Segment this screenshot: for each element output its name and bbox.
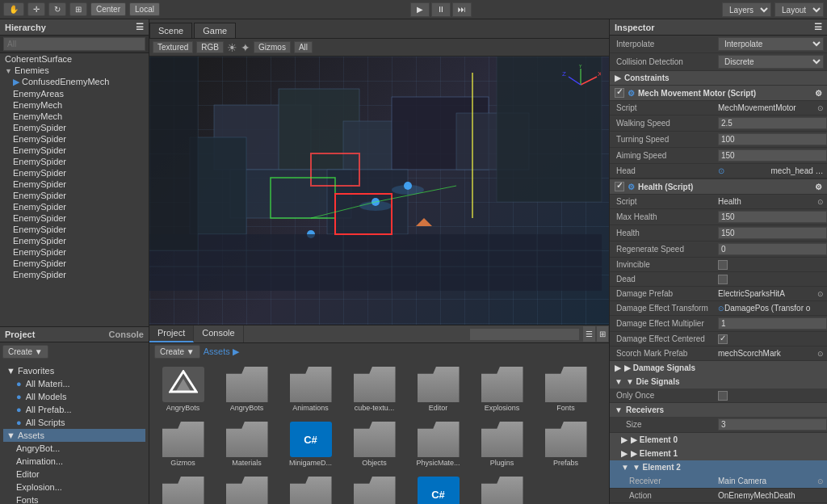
damage-effect-multiplier-input[interactable] [718,317,827,330]
max-health-input[interactable] [718,211,827,223]
tree-item-all-scripts[interactable]: ● All Scripts [3,416,145,429]
asset-editor[interactable]: Editor [408,363,468,415]
hierarchy-item-coherentsurface[interactable]: CoherentSurface [0,53,149,65]
asset-animations[interactable]: Animations [280,363,341,415]
scale-tool-btn[interactable]: ⊞ [69,2,87,16]
tree-item-angrybots[interactable]: AngryBot... [3,442,145,455]
center-btn[interactable]: Center [90,2,126,16]
tree-item-editor[interactable]: Editor [3,468,145,481]
asset-grid-view-btn[interactable]: ⊞ [596,326,609,342]
rgb-btn[interactable]: RGB [196,41,224,53]
scene-viewport[interactable]: X Y Z [149,57,609,325]
hierarchy-item-enemyspider9[interactable]: EnemySpider [0,212,149,224]
mech-movement-header[interactable]: ⚙ Mech Movement Motor (Script) ⚙ [610,85,827,101]
health-settings-icon[interactable]: ⚙ [815,183,822,191]
collision-detection-select[interactable]: Discrete [718,55,824,69]
invincible-checkbox[interactable] [718,260,728,270]
hierarchy-item-enemyspider8[interactable]: EnemySpider [0,201,149,212]
tab-console[interactable]: Console [194,326,243,342]
fx-icon[interactable]: ✦ [241,41,250,54]
asset-gizmos[interactable]: Gizmos [153,418,213,470]
hierarchy-item-enemyspider5[interactable]: EnemySpider [0,167,149,178]
layout-dropdown[interactable]: Layout [775,2,824,17]
asset-angrybots[interactable]: AngryBots [216,363,277,415]
hierarchy-item-enemyareas[interactable]: EnemyAreas [0,88,149,99]
tree-item-explosions[interactable]: Explosion... [3,481,145,494]
health-checkbox[interactable] [615,182,624,191]
step-btn[interactable]: ⏭ [452,2,472,17]
tree-item-all-models[interactable]: ● All Models [3,390,145,403]
play-btn[interactable]: ▶ [410,2,430,17]
layers-dropdown[interactable]: Layers [722,2,771,17]
hierarchy-search-input[interactable] [3,37,145,51]
hierarchy-item-confusedenemymech[interactable]: ▶ ConfusedEnemyMech [0,76,149,88]
damage-signals-section[interactable]: ▶ ▶ Damage Signals [610,361,827,375]
asset-prefabs[interactable]: Prefabs [535,418,596,470]
hierarchy-item-enemyspider13[interactable]: EnemySpider [0,258,149,269]
asset-angrybots-unity[interactable]: AngryBots [153,363,213,415]
tab-game[interactable]: Game [194,23,236,38]
inspector-menu-icon[interactable]: ☰ [814,22,822,32]
textured-btn[interactable]: Textured [153,41,193,53]
tab-scene[interactable]: Scene [149,23,192,38]
tree-item-fonts[interactable]: Fonts [3,494,145,504]
receivers-size-input[interactable] [718,418,827,430]
tree-item-favorites[interactable]: ▼ Favorites [3,364,145,377]
create-btn-left[interactable]: Create ▼ [2,345,48,359]
light-icon[interactable]: ☀ [227,41,237,54]
asset-plugins[interactable]: Plugins [472,418,532,470]
gizmos-btn[interactable]: Gizmos [254,41,291,53]
mech-settings-icon[interactable]: ⚙ [815,89,822,98]
regen-speed-input[interactable] [718,243,827,255]
constraints-section[interactable]: ▶ Constraints [610,71,827,85]
dead-checkbox[interactable] [718,275,728,284]
asset-sounds[interactable]: Sounds [472,473,532,504]
tree-item-animations[interactable]: Animation... [3,455,145,468]
hand-tool-btn[interactable]: ✋ [3,2,24,16]
hierarchy-menu-icon[interactable]: ☰ [136,22,144,32]
tree-item-all-prefabs[interactable]: ● All Prefab... [3,403,145,416]
only-once-checkbox[interactable] [718,391,728,401]
asset-minigame[interactable]: C# MinigameD... [280,418,341,470]
asset-resources[interactable]: Resources [153,473,213,504]
asset-physic[interactable]: PhysicMate... [408,418,468,470]
asset-scripts[interactable]: Scripts [280,473,341,504]
health-script-ref-icon[interactable]: ⊙ [817,198,824,206]
move-tool-btn[interactable]: ✛ [27,2,45,16]
health-input[interactable] [718,227,827,239]
asset-objects[interactable]: Objects [344,418,405,470]
asset-list-view-btn[interactable]: ☰ [582,326,596,342]
walking-speed-input[interactable] [718,117,827,129]
hierarchy-item-enemyspider10[interactable]: EnemySpider [0,224,149,235]
hierarchy-item-enemyspider7[interactable]: EnemySpider [0,190,149,201]
rotate-tool-btn[interactable]: ↻ [48,2,66,16]
pause-btn[interactable]: ⏸ [431,2,451,17]
hierarchy-item-enemyspider12[interactable]: EnemySpider [0,246,149,258]
aiming-speed-input[interactable] [718,149,827,162]
hierarchy-item-enemymech2[interactable]: EnemyMech [0,111,149,122]
hierarchy-item-enemymech1[interactable]: EnemyMech [0,99,149,111]
local-btn[interactable]: Local [129,2,160,16]
hierarchy-item-enemyspider3[interactable]: EnemySpider [0,145,149,156]
hierarchy-item-enemyspider1[interactable]: EnemySpider [0,122,149,133]
hierarchy-item-enemies[interactable]: ▼Enemies [0,65,149,76]
mech-movement-checkbox[interactable] [615,88,624,98]
asset-signal-receiver[interactable]: C# SignalRece... [408,473,468,504]
turning-speed-input[interactable] [718,133,827,145]
hierarchy-item-enemyspider11[interactable]: EnemySpider [0,235,149,246]
interpolate-select[interactable]: Interpolate [718,37,824,51]
damage-effect-centered-checkbox[interactable] [718,334,728,344]
element0-section[interactable]: ▶ ▶ Element 0 [610,433,827,447]
health-header[interactable]: ⚙ Health (Script) ⚙ [610,178,827,195]
asset-explosions[interactable]: Explosions [472,363,532,415]
asset-shaders[interactable]: Shaders [344,473,405,504]
script-icon-mech[interactable]: ⊙ [817,104,824,112]
create-assets-btn[interactable]: Create ▼ [154,345,200,359]
tree-item-assets[interactable]: ▼ Assets [3,429,145,442]
asset-cube-textures[interactable]: cube-textu... [344,363,405,415]
receiver-ref-icon[interactable]: ⊙ [817,477,824,485]
asset-search-input[interactable] [469,328,580,341]
tab-project[interactable]: Project [149,326,194,342]
damage-prefab-ref-icon[interactable]: ⊙ [817,290,824,298]
hierarchy-item-enemyspider14[interactable]: EnemySpider [0,269,149,280]
